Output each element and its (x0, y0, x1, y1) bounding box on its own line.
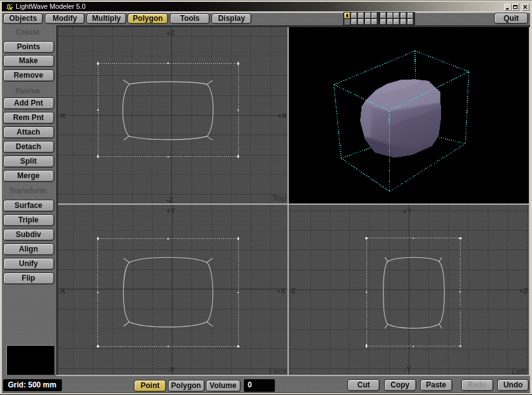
svg-text:-Y: -Y (404, 365, 411, 373)
svg-text:-Z: -Z (166, 196, 173, 204)
svg-text:+Y: +Y (166, 207, 176, 214)
svg-text:-X: -X (58, 112, 66, 119)
svg-text:Top: Top (272, 193, 287, 203)
svg-text:-Z: -Z (289, 287, 296, 295)
svg-text:+Z: +Z (166, 29, 175, 37)
svg-text:Face: Face (269, 366, 287, 375)
svg-text:-Y: -Y (167, 366, 175, 374)
svg-text:+Y: +Y (403, 207, 413, 215)
svg-text:-X: -X (58, 287, 66, 295)
svg-text:+X: +X (277, 112, 287, 119)
svg-text:+X: +X (277, 287, 286, 295)
svg-text:+Z: +Z (519, 287, 528, 295)
svg-text:Left: Left (511, 367, 527, 376)
